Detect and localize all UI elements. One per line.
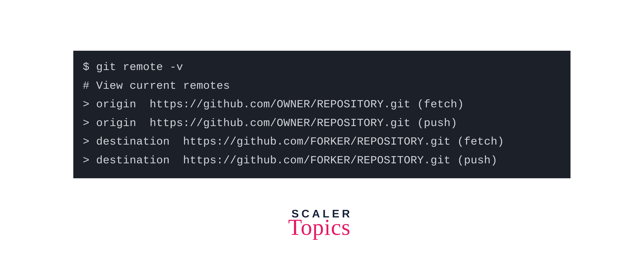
terminal-line-output: > destination https://github.com/FORKER/… [83,151,561,170]
scaler-topics-logo: SCALER Topics [292,208,352,237]
terminal-line-comment: # View current remotes [83,77,561,95]
terminal-line-output: > destination https://github.com/FORKER/… [83,132,561,151]
terminal-line-command: $ git remote -v [83,58,561,77]
terminal-line-output: > origin https://github.com/OWNER/REPOSI… [83,114,561,133]
terminal-code-block: $ git remote -v # View current remotes >… [73,51,570,178]
terminal-line-output: > origin https://github.com/OWNER/REPOSI… [83,95,561,114]
logo-text-topics: Topics [286,218,352,237]
